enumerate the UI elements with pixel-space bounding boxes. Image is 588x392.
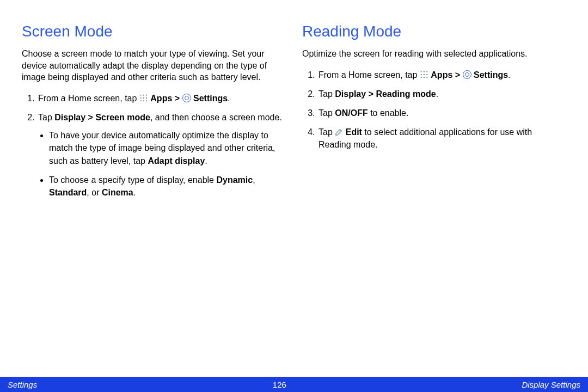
period: .	[508, 70, 510, 79]
mode-option: Standard	[49, 188, 87, 197]
display-path: Display > Screen mode	[54, 113, 150, 122]
apps-label: Apps	[431, 70, 452, 79]
page-footer: Settings 126 Display Settings	[0, 377, 588, 392]
step-text: Tap	[318, 127, 335, 137]
step-item: Tap Display > Reading mode.	[317, 88, 566, 100]
apps-icon	[420, 70, 428, 79]
step-text: , and then choose a screen mode.	[150, 113, 282, 122]
screen-mode-intro: Choose a screen mode to match your type …	[22, 48, 286, 83]
step-text: Tap	[38, 113, 54, 122]
reading-mode-steps: From a Home screen, tap Apps > Settings.…	[302, 69, 566, 151]
step-item: Tap Display > Screen mode, and then choo…	[37, 111, 286, 199]
step-item: Tap Edit to select additional applicatio…	[317, 126, 566, 151]
bullet-text: To choose a specify type of display, ena…	[49, 175, 216, 185]
page-number: 126	[273, 380, 286, 389]
sep: ,	[253, 175, 255, 185]
step-text: From a Home screen, tap	[38, 94, 139, 103]
settings-icon	[463, 70, 471, 79]
settings-label: Settings	[474, 70, 508, 79]
bullet-item: To choose a specify type of display, ena…	[49, 174, 286, 199]
step-text: to enable.	[368, 108, 409, 118]
apps-label: Apps	[150, 94, 172, 103]
screen-mode-steps: From a Home screen, tap Apps > Settings.…	[22, 92, 286, 199]
screen-mode-heading: Screen Mode	[22, 23, 286, 40]
page-content: Screen Mode Choose a screen mode to matc…	[0, 0, 588, 370]
settings-icon	[182, 94, 191, 102]
reading-mode-heading: Reading Mode	[302, 23, 566, 40]
bullet-list: To have your device automatically optimi…	[38, 129, 286, 199]
period: .	[133, 188, 136, 197]
display-path: Display > Reading mode	[335, 89, 436, 99]
step-item: Tap ON/OFF to enable.	[317, 107, 566, 119]
footer-right: Display Settings	[522, 380, 580, 389]
right-column: Reading Mode Optimize the screen for rea…	[302, 23, 566, 370]
sep: , or	[87, 188, 102, 197]
edit-label: Edit	[346, 127, 362, 137]
apps-icon	[139, 94, 148, 102]
onoff-label: ON/OFF	[335, 108, 367, 118]
bullet-item: To have your device automatically optimi…	[49, 129, 286, 167]
mode-option: Dynamic	[216, 175, 253, 185]
adapt-display-label: Adapt display	[148, 156, 205, 166]
left-column: Screen Mode Choose a screen mode to matc…	[22, 23, 286, 370]
mode-option: Cinema	[102, 188, 133, 197]
step-item: From a Home screen, tap Apps > Settings.	[37, 92, 286, 105]
pencil-icon	[335, 128, 343, 136]
step-item: From a Home screen, tap Apps > Settings.	[317, 69, 566, 81]
step-text: Tap	[318, 108, 335, 118]
settings-label: Settings	[193, 94, 228, 103]
footer-left: Settings	[8, 380, 37, 389]
period: .	[205, 156, 207, 166]
reading-mode-intro: Optimize the screen for reading with sel…	[302, 48, 566, 60]
period: .	[228, 94, 230, 103]
separator: >	[172, 94, 182, 103]
period: .	[436, 89, 438, 99]
step-text: From a Home screen, tap	[318, 70, 420, 79]
separator: >	[452, 70, 462, 79]
step-text: Tap	[318, 89, 335, 99]
